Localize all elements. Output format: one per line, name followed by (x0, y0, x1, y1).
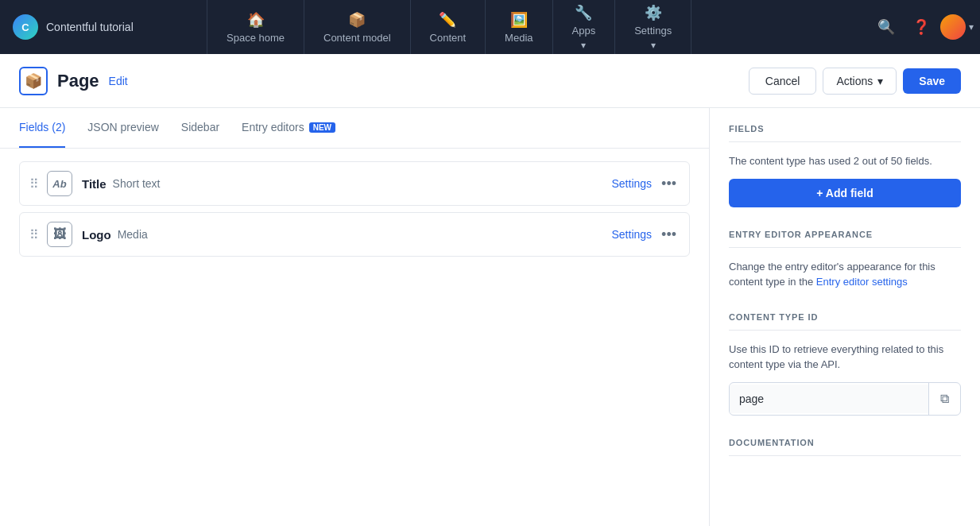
help-button[interactable]: ❓ (905, 11, 937, 43)
field-actions-title: Settings ••• (612, 172, 680, 195)
content-type-id-field: ⧉ (729, 382, 961, 416)
page-title: Page (57, 71, 99, 91)
field-actions-logo: Settings ••• (612, 223, 680, 246)
nav-item-settings[interactable]: ⚙️ Settings ▾ (615, 0, 691, 54)
table-row: ⠿ Ab Title Short text Settings ••• (19, 161, 690, 206)
documentation-divider (729, 455, 961, 456)
apps-chevron-icon: ▾ (581, 40, 586, 51)
nav-logo-area: C Contentful tutorial (0, 14, 207, 40)
page-header: 📦 Page Edit Cancel Actions ▾ Save (0, 54, 980, 108)
copy-icon: ⧉ (940, 392, 949, 406)
entry-editor-section: ENTRY EDITOR APPEARANCE Change the entry… (729, 230, 961, 290)
field-type-icon-logo: 🖼 (47, 222, 72, 247)
nav-item-space-home[interactable]: 🏠 Space home (207, 0, 304, 54)
nav-item-content[interactable]: ✏️ Content (411, 0, 486, 54)
brand-name: Contentful tutorial (46, 21, 134, 33)
field-settings-link-logo[interactable]: Settings (612, 228, 653, 241)
documentation-section: DOCUMENTATION (729, 438, 961, 456)
nav-right-area: 🔍 ❓ ▾ (870, 11, 980, 43)
nav-item-apps[interactable]: 🔧 Apps ▾ (553, 0, 616, 54)
search-button[interactable]: 🔍 (870, 11, 902, 43)
entry-editor-description: Change the entry editor's appearance for… (729, 259, 961, 290)
entry-editor-settings-link[interactable]: Entry editor settings (816, 276, 908, 288)
apps-icon: 🔧 (575, 4, 592, 21)
contentful-logo[interactable]: C (13, 14, 38, 40)
fields-section-divider (729, 141, 961, 142)
field-type-icon-title: Ab (47, 171, 72, 196)
tabs-bar: Fields (2) JSON preview Sidebar Entry ed… (0, 108, 709, 149)
right-panel: FIELDS The content type has used 2 out o… (710, 108, 980, 526)
content-type-id-divider (729, 330, 961, 331)
documentation-title: DOCUMENTATION (729, 438, 961, 447)
actions-chevron-icon: ▾ (877, 75, 883, 87)
top-navigation: C Contentful tutorial 🏠 Space home 📦 Con… (0, 0, 980, 54)
fields-list: ⠿ Ab Title Short text Settings ••• ⠿ 🖼 L… (0, 149, 709, 269)
edit-link[interactable]: Edit (109, 75, 128, 87)
field-name-logo: Logo (82, 228, 111, 242)
entry-editor-section-title: ENTRY EDITOR APPEARANCE (729, 230, 961, 239)
field-settings-link-title[interactable]: Settings (612, 177, 653, 190)
settings-icon: ⚙️ (645, 4, 662, 21)
table-row: ⠿ 🖼 Logo Media Settings ••• (19, 212, 690, 257)
save-button[interactable]: Save (903, 68, 961, 94)
user-chevron-icon: ▾ (969, 21, 974, 33)
entry-editor-divider (729, 247, 961, 248)
tab-sidebar[interactable]: Sidebar (181, 108, 219, 148)
fields-section: FIELDS The content type has used 2 out o… (729, 124, 961, 207)
drag-handle-icon[interactable]: ⠿ (29, 227, 39, 242)
add-field-button[interactable]: + Add field (729, 179, 961, 207)
content-type-id-description: Use this ID to retrieve everything relat… (729, 342, 961, 373)
actions-button[interactable]: Actions ▾ (823, 68, 897, 95)
field-type-logo: Media (118, 228, 148, 241)
copy-id-button[interactable]: ⧉ (928, 383, 960, 415)
main-content: Fields (2) JSON preview Sidebar Entry ed… (0, 108, 980, 526)
home-icon: 🏠 (247, 11, 265, 29)
content-type-id-input[interactable] (730, 385, 928, 413)
media-icon: 🖼️ (510, 11, 528, 29)
page-actions: Cancel Actions ▾ Save (749, 68, 961, 95)
page-type-icon: 📦 (19, 67, 48, 95)
user-avatar[interactable] (940, 14, 966, 40)
drag-handle-icon[interactable]: ⠿ (29, 176, 39, 191)
fields-count-text: The content type has used 2 out of 50 fi… (729, 153, 961, 169)
fields-section-title: FIELDS (729, 124, 961, 133)
tab-json-preview[interactable]: JSON preview (87, 108, 158, 148)
tab-fields[interactable]: Fields (2) (19, 108, 65, 148)
content-type-id-section: CONTENT TYPE ID Use this ID to retrieve … (729, 312, 961, 416)
nav-item-media[interactable]: 🖼️ Media (486, 0, 552, 54)
content-model-icon: 📦 (348, 11, 366, 29)
settings-chevron-icon: ▾ (651, 40, 656, 51)
box-icon: 📦 (25, 72, 42, 90)
left-panel: Fields (2) JSON preview Sidebar Entry ed… (0, 108, 710, 526)
field-more-button-title[interactable]: ••• (658, 172, 680, 195)
content-icon: ✏️ (439, 11, 456, 29)
field-more-button-logo[interactable]: ••• (658, 223, 680, 246)
tab-entry-editors[interactable]: Entry editors NEW (242, 108, 335, 148)
content-type-id-title: CONTENT TYPE ID (729, 312, 961, 322)
cancel-button[interactable]: Cancel (749, 68, 817, 95)
field-type-title: Short text (113, 177, 161, 190)
new-badge: NEW (309, 122, 335, 133)
nav-item-content-model[interactable]: 📦 Content model (304, 0, 411, 54)
field-name-title: Title (82, 177, 107, 191)
